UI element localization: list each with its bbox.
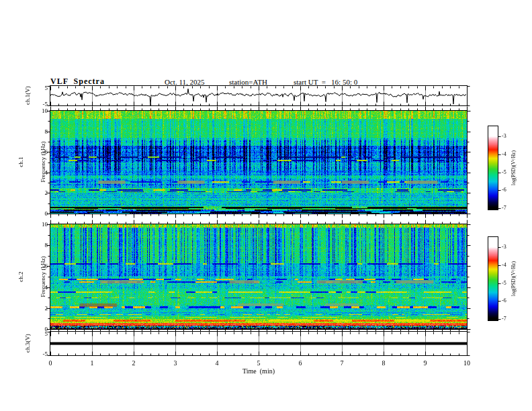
x-tick-label: 10 [463, 360, 470, 367]
ch2-frequency-axis-label: ch.2 Frequency (kHz) [3, 256, 62, 297]
ch1-freq-tick-label: 0 [45, 211, 48, 217]
ch2-freq-tick-label: 10 [42, 222, 48, 228]
ch2-freq-tick-label: 2 [45, 305, 48, 311]
ch2-freq-tick-label: 8 [45, 242, 48, 248]
ch1-voltage-axis-label: ch.1(V) [24, 86, 32, 105]
colorbar2-tick-label: -4 [502, 263, 506, 268]
x-tick-label: 4 [216, 360, 219, 367]
vlf-spectra-figure: VLF Spectra Oct. 11, 2025 station=ATH st… [0, 0, 532, 411]
ch1-axis-label-line2: Frequency (kHz) [40, 141, 47, 182]
colorbar2-tick-label: -6 [502, 298, 506, 304]
ch2-freq-tick-label: 6 [45, 263, 48, 269]
ch1-volt-tick-label: 5 [45, 85, 48, 91]
ch1-freq-tick-label: 10 [42, 108, 48, 114]
x-tick-label: 3 [174, 360, 177, 367]
axes-ticks-canvas [0, 0, 532, 411]
colorbar2-tick-label: -7 [502, 316, 506, 322]
x-tick-label: 7 [341, 360, 344, 367]
ch1-frequency-axis-label: ch.1 Frequency (kHz) [3, 141, 62, 182]
colorbar1-tick-label: -3 [502, 134, 506, 139]
ch3-volt-tick-label: -5 [43, 351, 48, 357]
x-tick-label: 8 [382, 360, 386, 367]
colorbar1-tick-label: -7 [502, 205, 506, 211]
colorbar2-psd-label: log(PSD)(V²/Hz) [511, 261, 517, 296]
ch3-volt-tick-label: 5 [45, 331, 48, 337]
x-tick-label: 9 [424, 360, 427, 367]
ch1-freq-tick-label: 2 [45, 190, 48, 196]
x-tick-label: 0 [49, 360, 52, 367]
x-tick-label: 2 [132, 360, 136, 367]
colorbar2-tick-label: -3 [502, 244, 506, 250]
colorbar2-tick-label: -5 [502, 281, 506, 286]
colorbar1-psd-label: log(PSD)(V²/Hz) [511, 150, 517, 185]
ch2-freq-tick-label: 4 [45, 284, 48, 290]
ch1-freq-tick-label: 6 [45, 149, 48, 155]
ch1-axis-label-line1: ch.1 [17, 141, 25, 182]
time-axis-label: Time (min) [242, 368, 275, 375]
ch1-freq-tick-label: 4 [45, 169, 48, 175]
ch2-axis-label-line1: ch.2 [17, 256, 25, 297]
ch1-freq-tick-label: 8 [45, 128, 48, 134]
colorbar1-tick-label: -5 [502, 170, 506, 175]
ch1-volt-tick-label: -5 [43, 101, 48, 107]
x-tick-label: 1 [91, 360, 94, 367]
x-tick-label: 6 [299, 360, 302, 367]
x-tick-label: 5 [257, 360, 261, 367]
colorbar1-tick-label: -4 [502, 152, 506, 157]
ch3-voltage-axis-label: ch.3(V) [24, 334, 32, 353]
colorbar1-tick-label: -6 [502, 187, 506, 193]
